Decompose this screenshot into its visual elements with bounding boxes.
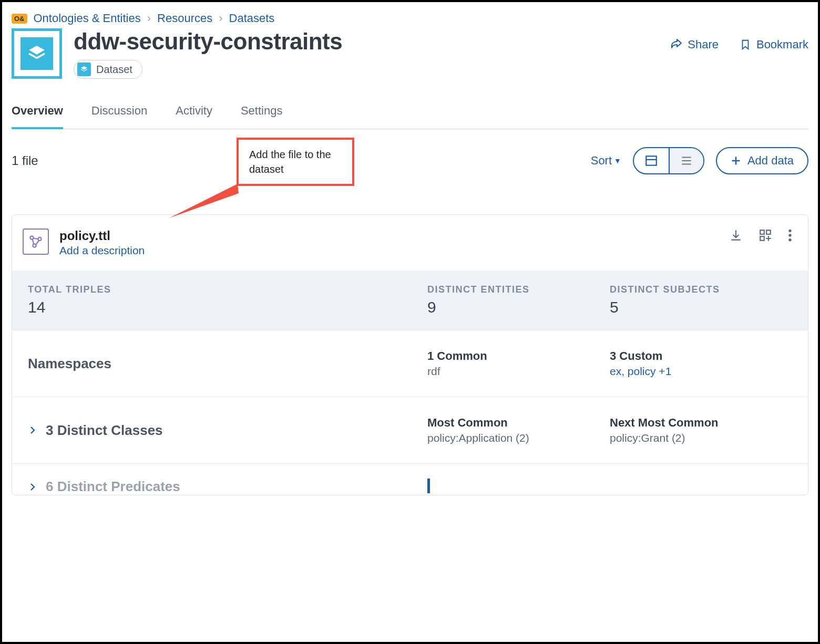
stat-triples-value: 14 (28, 298, 427, 316)
stat-subjects-value: 5 (610, 298, 792, 316)
stats-band: TOTAL TRIPLES 14 DISTINCT ENTITIES 9 DIS… (12, 271, 808, 330)
dataset-icon (12, 28, 62, 79)
classes-most-sub: policy:Application (2) (427, 432, 610, 444)
caret-down-icon: ▼ (614, 157, 621, 165)
share-label: Share (688, 38, 719, 51)
svg-rect-16 (766, 230, 771, 234)
stat-triples-label: TOTAL TRIPLES (28, 284, 427, 295)
svg-rect-15 (760, 230, 764, 234)
apps-icon[interactable] (758, 228, 772, 242)
predicates-row[interactable]: 6 Distinct Predicates (12, 463, 808, 495)
add-data-button[interactable]: Add data (716, 147, 808, 174)
namespaces-heading: Namespaces (28, 356, 111, 372)
svg-rect-0 (646, 156, 657, 165)
namespaces-custom-sub[interactable]: ex, policy +1 (610, 365, 792, 378)
dataset-mini-icon (77, 63, 91, 76)
dataset-type-label: Dataset (96, 64, 132, 76)
breadcrumb: O& Ontologies & Entities › Resources › D… (12, 12, 808, 25)
panel-icon (644, 154, 658, 168)
file-type-icon (23, 228, 49, 255)
list-icon (680, 154, 693, 168)
svg-point-7 (30, 236, 33, 239)
sort-button[interactable]: Sort ▼ (591, 154, 621, 168)
namespaces-common-title: 1 Common (427, 349, 610, 363)
share-button[interactable]: Share (670, 38, 719, 51)
classes-next-title: Next Most Common (610, 416, 792, 430)
view-grid-button[interactable] (634, 148, 669, 173)
add-description-link[interactable]: Add a description (59, 244, 145, 257)
org-badge: O& (12, 14, 27, 24)
histogram-bar (427, 479, 430, 493)
svg-line-11 (33, 239, 34, 244)
annotation-callout: Add the file to the dataset (237, 138, 354, 186)
stat-entities-value: 9 (427, 298, 610, 316)
page-title: ddw-security-constraints (74, 28, 670, 55)
classes-most-title: Most Common (427, 416, 610, 430)
svg-point-21 (788, 234, 791, 236)
plus-icon (731, 155, 741, 166)
classes-heading: 3 Distinct Classes (46, 422, 163, 439)
chevron-right-icon (28, 425, 37, 435)
view-list-button[interactable] (669, 148, 703, 173)
predicates-heading: 6 Distinct Predicates (46, 479, 180, 495)
chevron-right-icon (28, 482, 37, 492)
chevron-right-icon: › (147, 12, 151, 25)
download-icon[interactable] (729, 228, 743, 242)
bookmark-button[interactable]: Bookmark (740, 38, 808, 51)
stat-subjects-label: DISTINCT SUBJECTS (610, 284, 792, 295)
tab-activity[interactable]: Activity (176, 104, 212, 129)
view-toggle (633, 147, 704, 174)
classes-next-sub: policy:Grant (2) (610, 432, 792, 444)
stat-entities-label: DISTINCT ENTITIES (427, 284, 610, 295)
more-icon[interactable] (788, 228, 792, 242)
chevron-right-icon: › (219, 12, 222, 25)
sort-label: Sort (591, 154, 612, 168)
share-icon (670, 38, 682, 51)
breadcrumb-link-1[interactable]: Resources (157, 12, 212, 25)
bookmark-label: Bookmark (756, 38, 808, 51)
svg-point-22 (788, 238, 791, 241)
tab-overview[interactable]: Overview (12, 104, 63, 129)
add-data-label: Add data (747, 154, 794, 168)
bookmark-icon (740, 38, 751, 51)
tab-discussion[interactable]: Discussion (91, 104, 147, 129)
file-name[interactable]: policy.ttl (59, 228, 145, 243)
file-card: policy.ttl Add a description TOTAL TRIPL… (12, 214, 808, 495)
breadcrumb-link-2[interactable]: Datasets (229, 12, 275, 25)
namespaces-common-sub: rdf (427, 365, 610, 378)
svg-point-20 (788, 230, 791, 232)
svg-line-12 (36, 241, 39, 245)
dataset-type-badge[interactable]: Dataset (74, 60, 142, 79)
tab-settings[interactable]: Settings (241, 104, 283, 129)
tabs: Overview Discussion Activity Settings (12, 104, 808, 129)
namespaces-custom-title: 3 Custom (610, 349, 792, 363)
svg-line-10 (33, 238, 38, 239)
file-count: 1 file (12, 153, 38, 168)
classes-row[interactable]: 3 Distinct Classes Most Common policy:Ap… (12, 397, 808, 463)
breadcrumb-link-0[interactable]: Ontologies & Entities (34, 12, 141, 25)
namespaces-row: Namespaces 1 Common rdf 3 Custom ex, pol… (12, 330, 808, 397)
svg-rect-17 (760, 236, 764, 241)
